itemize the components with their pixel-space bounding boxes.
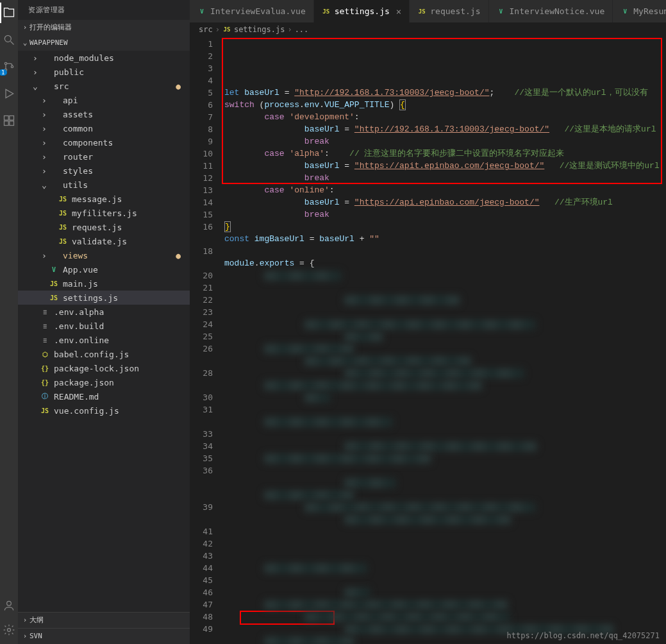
extensions-icon[interactable]: [1, 113, 17, 128]
tree-item[interactable]: ⬡babel.config.js: [18, 347, 190, 361]
tab-label: InterviewEvalua.vue: [210, 6, 306, 16]
svg-point-2: [4, 62, 6, 64]
env-file-icon: ≡: [40, 307, 50, 317]
tree-item[interactable]: ≡.env.online: [18, 333, 190, 347]
section-outline[interactable]: › 大纲: [18, 612, 190, 628]
tree-item-label: request.js: [72, 223, 185, 232]
tab-label: MyResume.vue: [633, 6, 666, 16]
vue-file-icon: V: [620, 7, 629, 16]
env-file-icon: ≡: [40, 321, 50, 331]
tree-item[interactable]: ≡.env.alpha: [18, 305, 190, 319]
settings-gear-icon[interactable]: [1, 622, 17, 638]
tree-item[interactable]: ›assets: [18, 107, 190, 121]
line-number-gutter: 1234567891011121314151618202122232425262…: [190, 37, 222, 644]
js-file-icon: JS: [58, 208, 68, 218]
search-icon[interactable]: [1, 32, 17, 47]
file-tree: ›node_modules›public⌄src●›api›assets›com…: [18, 51, 190, 612]
tree-item-label: vue.config.js: [54, 406, 185, 416]
tree-item[interactable]: ⓘREADME.md: [18, 389, 190, 403]
readme-file-icon: ⓘ: [40, 391, 50, 402]
vue-file-icon: V: [197, 7, 206, 16]
tree-item[interactable]: JSsettings.js: [18, 291, 190, 305]
editor-tab[interactable]: VInterviewEvalua.vue: [190, 0, 314, 22]
sidebar: 资源管理器 › 打开的编辑器 ⌄ WAPAPPNEW ›node_modules…: [18, 0, 190, 644]
scm-badge: 1: [0, 69, 7, 76]
tree-item-label: components: [63, 138, 185, 148]
tree-item[interactable]: ›router: [18, 149, 190, 164]
explorer-icon[interactable]: [1, 5, 17, 21]
svg-line-1: [11, 42, 14, 45]
tree-item-label: .env.build: [54, 321, 185, 331]
js-file-icon: JS: [40, 405, 50, 416]
section-svn[interactable]: › SVN: [18, 628, 190, 644]
editor-tab[interactable]: VInterviewNotice.vue: [489, 0, 613, 22]
code-editor[interactable]: 1234567891011121314151618202122232425262…: [190, 37, 666, 644]
breadcrumb[interactable]: src › JS settings.js › ...: [190, 22, 666, 37]
tree-item-label: router: [63, 152, 185, 162]
debug-icon[interactable]: [1, 86, 17, 101]
tree-item-label: utils: [63, 180, 185, 190]
tree-item[interactable]: {}package-lock.json: [18, 361, 190, 375]
svg-rect-6: [4, 116, 9, 121]
tab-label: settings.js: [335, 6, 390, 16]
code-content[interactable]: let baseUrl = "http://192.168.1.73:10003…: [222, 37, 666, 644]
tree-item[interactable]: ›common: [18, 121, 190, 135]
tree-item[interactable]: ›api: [18, 93, 190, 107]
tree-item[interactable]: JSmain.js: [18, 276, 190, 291]
tree-item-label: public: [54, 67, 185, 77]
env-file-icon: ≡: [40, 335, 50, 345]
tree-item[interactable]: ≡.env.build: [18, 319, 190, 333]
section-project[interactable]: ⌄ WAPAPPNEW: [18, 35, 190, 51]
editor-tab[interactable]: VMyResume.vue: [613, 0, 666, 22]
editor-tab[interactable]: JSsettings.js×: [314, 0, 410, 22]
tree-item[interactable]: ›node_modules: [18, 51, 190, 65]
tree-item[interactable]: VApp.vue: [18, 262, 190, 276]
folder-file-icon: [40, 53, 50, 63]
source-control-icon[interactable]: 1: [1, 59, 17, 74]
chevron-right-icon: ›: [40, 251, 49, 260]
tab-bar: VInterviewEvalua.vueJSsettings.js×JSrequ…: [190, 0, 666, 22]
tree-item[interactable]: ›components: [18, 135, 190, 149]
tree-item-label: README.md: [54, 392, 185, 402]
tree-item[interactable]: ⌄src●: [18, 79, 190, 93]
tree-item[interactable]: ⌄utils: [18, 178, 190, 192]
folder-file-icon: [49, 123, 59, 133]
tree-item-label: .env.online: [54, 335, 185, 345]
folder-file-icon: [49, 250, 59, 260]
tree-item[interactable]: ›styles: [18, 164, 190, 178]
chevron-right-icon: ›: [40, 124, 49, 133]
tab-label: InterviewNotice.vue: [510, 6, 605, 16]
tree-item[interactable]: {}package.json: [18, 375, 190, 389]
watermark: https://blog.csdn.net/qq_42075271: [507, 631, 660, 640]
tree-item-label: package-lock.json: [54, 364, 185, 373]
tree-item[interactable]: JSmyfiliters.js: [18, 206, 190, 220]
tree-item[interactable]: JSvue.config.js: [18, 403, 190, 418]
tree-item-label: assets: [63, 110, 185, 119]
js-file-icon: JS: [58, 194, 68, 204]
chevron-right-icon: ›: [40, 152, 49, 162]
svg-rect-9: [10, 121, 14, 126]
tree-item-label: api: [63, 96, 185, 105]
chevron-right-icon: ›: [40, 138, 49, 148]
tree-item-label: validate.js: [72, 237, 185, 246]
json-file-icon: {}: [40, 363, 50, 373]
js-file-icon: JS: [222, 25, 231, 34]
svg-rect-8: [4, 121, 9, 126]
folder-file-icon: [40, 67, 50, 77]
svg-marker-5: [6, 89, 13, 97]
account-icon[interactable]: [1, 598, 17, 613]
tree-item[interactable]: ›public: [18, 65, 190, 79]
tree-item[interactable]: JSmessage.js: [18, 192, 190, 206]
chevron-right-icon: ›: [21, 630, 29, 643]
section-open-editors[interactable]: › 打开的编辑器: [18, 20, 190, 35]
modified-indicator-icon: ●: [176, 81, 185, 91]
tree-item[interactable]: JSvalidate.js: [18, 234, 190, 248]
sidebar-title: 资源管理器: [18, 0, 190, 20]
tree-item[interactable]: ›views●: [18, 248, 190, 262]
chevron-right-icon: ›: [21, 21, 29, 34]
chevron-right-icon: ›: [40, 166, 49, 176]
tab-label: request.js: [430, 6, 480, 16]
close-icon[interactable]: ×: [396, 6, 401, 17]
tree-item[interactable]: JSrequest.js: [18, 220, 190, 234]
editor-tab[interactable]: JSrequest.js: [410, 0, 488, 22]
